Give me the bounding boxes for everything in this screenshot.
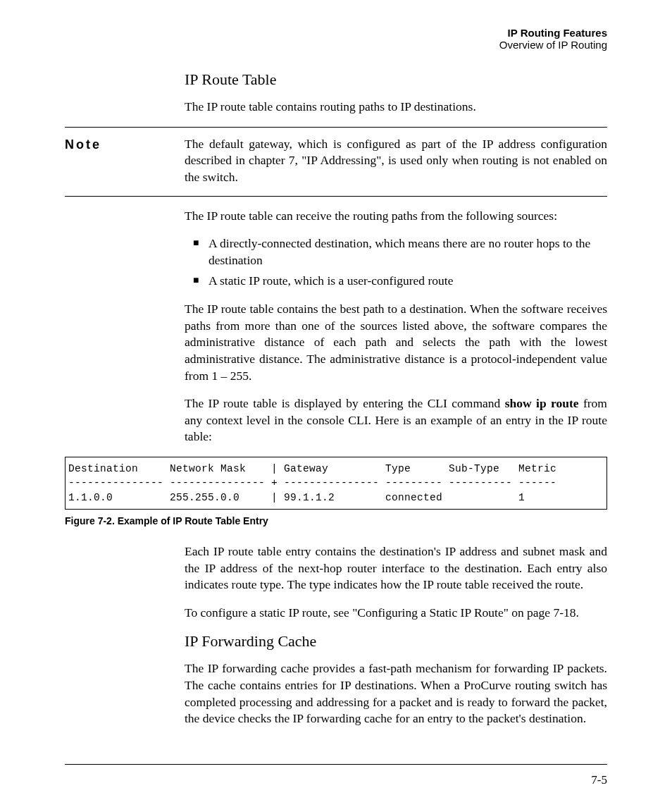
- bestpath-paragraph: The IP route table contains the best pat…: [185, 301, 607, 384]
- section-heading-ip-route-table: IP Route Table: [185, 70, 607, 89]
- note-text: The default gateway, which is configured…: [185, 136, 607, 186]
- square-bullet-icon: ■: [185, 235, 209, 269]
- section-heading-forwarding-cache: IP Forwarding Cache: [185, 632, 607, 651]
- code-block-route-table: Destination Network Mask | Gateway Type …: [65, 457, 607, 510]
- page-header: IP Routing Features Overview of IP Routi…: [65, 27, 607, 51]
- note-block: Note The default gateway, which is confi…: [65, 127, 607, 197]
- bullet-text: A static IP route, which is a user-confi…: [209, 273, 607, 290]
- note-label: Note: [65, 136, 185, 152]
- sources-intro: The IP route table can receive the routi…: [185, 208, 607, 225]
- entry-description: Each IP route table entry contains the d…: [185, 543, 607, 593]
- forwarding-cache-paragraph: The IP forwarding cache provides a fast-…: [185, 660, 607, 727]
- header-section-title: Overview of IP Routing: [65, 39, 607, 51]
- intro-paragraph: The IP route table contains routing path…: [185, 99, 607, 116]
- static-route-reference: To configure a static IP route, see "Con…: [185, 605, 607, 622]
- bullet-text: A directly-connected destination, which …: [209, 235, 607, 269]
- footer-divider: [65, 764, 607, 765]
- square-bullet-icon: ■: [185, 273, 209, 290]
- cli-command: show ip route: [505, 396, 579, 410]
- figure-caption: Figure 7-2. Example of IP Route Table En…: [65, 515, 607, 526]
- bullet-list: ■ A directly-connected destination, whic…: [185, 235, 607, 290]
- cli-pre: The IP route table is displayed by enter…: [185, 396, 505, 410]
- bullet-item: ■ A static IP route, which is a user-con…: [185, 273, 607, 290]
- cli-paragraph: The IP route table is displayed by enter…: [185, 395, 607, 445]
- bullet-item: ■ A directly-connected destination, whic…: [185, 235, 607, 269]
- header-chapter-title: IP Routing Features: [65, 27, 607, 39]
- page-number: 7-5: [591, 773, 607, 787]
